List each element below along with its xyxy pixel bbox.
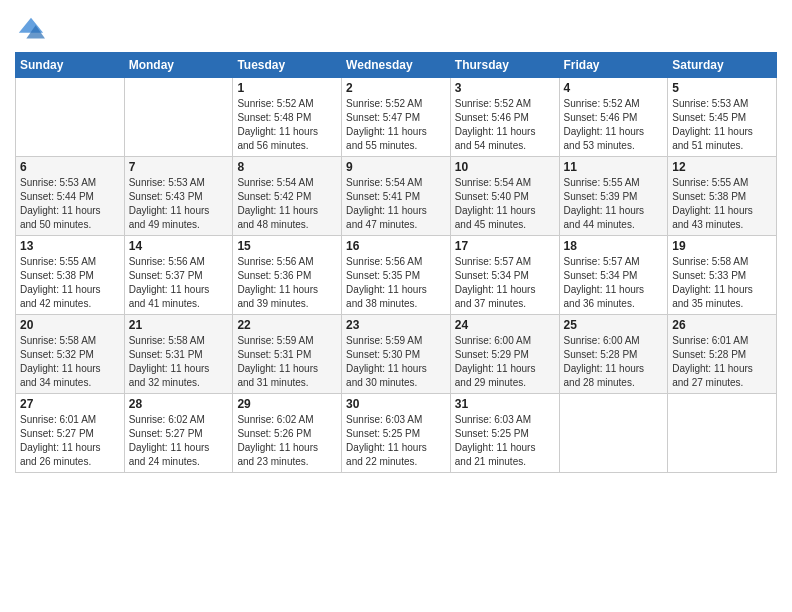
day-info: Sunrise: 5:52 AMSunset: 5:48 PMDaylight:… [237, 97, 337, 153]
weekday-header-saturday: Saturday [668, 53, 777, 78]
day-cell: 20Sunrise: 5:58 AMSunset: 5:32 PMDayligh… [16, 315, 125, 394]
day-number: 16 [346, 239, 446, 253]
day-info: Sunrise: 5:53 AMSunset: 5:45 PMDaylight:… [672, 97, 772, 153]
day-number: 26 [672, 318, 772, 332]
day-cell: 28Sunrise: 6:02 AMSunset: 5:27 PMDayligh… [124, 394, 233, 473]
day-cell: 31Sunrise: 6:03 AMSunset: 5:25 PMDayligh… [450, 394, 559, 473]
day-info: Sunrise: 5:52 AMSunset: 5:47 PMDaylight:… [346, 97, 446, 153]
day-cell: 30Sunrise: 6:03 AMSunset: 5:25 PMDayligh… [342, 394, 451, 473]
svg-marker-0 [19, 18, 43, 33]
day-number: 12 [672, 160, 772, 174]
day-number: 27 [20, 397, 120, 411]
day-info: Sunrise: 5:55 AMSunset: 5:38 PMDaylight:… [672, 176, 772, 232]
day-info: Sunrise: 6:01 AMSunset: 5:28 PMDaylight:… [672, 334, 772, 390]
day-number: 10 [455, 160, 555, 174]
day-info: Sunrise: 6:01 AMSunset: 5:27 PMDaylight:… [20, 413, 120, 469]
day-info: Sunrise: 5:54 AMSunset: 5:41 PMDaylight:… [346, 176, 446, 232]
day-number: 3 [455, 81, 555, 95]
weekday-header-friday: Friday [559, 53, 668, 78]
day-info: Sunrise: 5:52 AMSunset: 5:46 PMDaylight:… [564, 97, 664, 153]
day-number: 30 [346, 397, 446, 411]
day-number: 4 [564, 81, 664, 95]
day-number: 18 [564, 239, 664, 253]
day-number: 23 [346, 318, 446, 332]
weekday-header-wednesday: Wednesday [342, 53, 451, 78]
day-info: Sunrise: 5:52 AMSunset: 5:46 PMDaylight:… [455, 97, 555, 153]
day-info: Sunrise: 5:56 AMSunset: 5:37 PMDaylight:… [129, 255, 229, 311]
day-cell [668, 394, 777, 473]
weekday-header-row: SundayMondayTuesdayWednesdayThursdayFrid… [16, 53, 777, 78]
day-cell: 17Sunrise: 5:57 AMSunset: 5:34 PMDayligh… [450, 236, 559, 315]
day-number: 17 [455, 239, 555, 253]
day-info: Sunrise: 5:54 AMSunset: 5:40 PMDaylight:… [455, 176, 555, 232]
day-info: Sunrise: 5:53 AMSunset: 5:43 PMDaylight:… [129, 176, 229, 232]
day-info: Sunrise: 6:00 AMSunset: 5:29 PMDaylight:… [455, 334, 555, 390]
day-number: 19 [672, 239, 772, 253]
calendar-page: SundayMondayTuesdayWednesdayThursdayFrid… [0, 0, 792, 612]
day-cell: 13Sunrise: 5:55 AMSunset: 5:38 PMDayligh… [16, 236, 125, 315]
day-info: Sunrise: 5:58 AMSunset: 5:33 PMDaylight:… [672, 255, 772, 311]
day-number: 2 [346, 81, 446, 95]
day-number: 11 [564, 160, 664, 174]
day-cell [16, 78, 125, 157]
day-cell: 1Sunrise: 5:52 AMSunset: 5:48 PMDaylight… [233, 78, 342, 157]
day-info: Sunrise: 5:58 AMSunset: 5:32 PMDaylight:… [20, 334, 120, 390]
day-cell: 16Sunrise: 5:56 AMSunset: 5:35 PMDayligh… [342, 236, 451, 315]
day-cell: 24Sunrise: 6:00 AMSunset: 5:29 PMDayligh… [450, 315, 559, 394]
day-number: 7 [129, 160, 229, 174]
day-cell: 26Sunrise: 6:01 AMSunset: 5:28 PMDayligh… [668, 315, 777, 394]
weekday-header-sunday: Sunday [16, 53, 125, 78]
day-cell: 2Sunrise: 5:52 AMSunset: 5:47 PMDaylight… [342, 78, 451, 157]
day-number: 24 [455, 318, 555, 332]
day-info: Sunrise: 5:54 AMSunset: 5:42 PMDaylight:… [237, 176, 337, 232]
day-cell: 11Sunrise: 5:55 AMSunset: 5:39 PMDayligh… [559, 157, 668, 236]
day-cell: 27Sunrise: 6:01 AMSunset: 5:27 PMDayligh… [16, 394, 125, 473]
header [15, 10, 777, 44]
day-number: 1 [237, 81, 337, 95]
day-cell: 5Sunrise: 5:53 AMSunset: 5:45 PMDaylight… [668, 78, 777, 157]
day-cell: 15Sunrise: 5:56 AMSunset: 5:36 PMDayligh… [233, 236, 342, 315]
day-cell [559, 394, 668, 473]
day-info: Sunrise: 5:55 AMSunset: 5:38 PMDaylight:… [20, 255, 120, 311]
day-cell: 23Sunrise: 5:59 AMSunset: 5:30 PMDayligh… [342, 315, 451, 394]
day-number: 13 [20, 239, 120, 253]
day-cell: 29Sunrise: 6:02 AMSunset: 5:26 PMDayligh… [233, 394, 342, 473]
day-info: Sunrise: 5:56 AMSunset: 5:35 PMDaylight:… [346, 255, 446, 311]
week-row-1: 1Sunrise: 5:52 AMSunset: 5:48 PMDaylight… [16, 78, 777, 157]
week-row-2: 6Sunrise: 5:53 AMSunset: 5:44 PMDaylight… [16, 157, 777, 236]
day-info: Sunrise: 6:02 AMSunset: 5:26 PMDaylight:… [237, 413, 337, 469]
day-cell: 21Sunrise: 5:58 AMSunset: 5:31 PMDayligh… [124, 315, 233, 394]
logo [15, 16, 45, 44]
day-cell: 8Sunrise: 5:54 AMSunset: 5:42 PMDaylight… [233, 157, 342, 236]
logo-icon [17, 16, 45, 44]
weekday-header-monday: Monday [124, 53, 233, 78]
day-number: 22 [237, 318, 337, 332]
day-cell: 22Sunrise: 5:59 AMSunset: 5:31 PMDayligh… [233, 315, 342, 394]
day-info: Sunrise: 6:02 AMSunset: 5:27 PMDaylight:… [129, 413, 229, 469]
day-cell: 14Sunrise: 5:56 AMSunset: 5:37 PMDayligh… [124, 236, 233, 315]
day-number: 25 [564, 318, 664, 332]
day-cell: 9Sunrise: 5:54 AMSunset: 5:41 PMDaylight… [342, 157, 451, 236]
day-number: 15 [237, 239, 337, 253]
day-cell: 4Sunrise: 5:52 AMSunset: 5:46 PMDaylight… [559, 78, 668, 157]
day-number: 31 [455, 397, 555, 411]
week-row-5: 27Sunrise: 6:01 AMSunset: 5:27 PMDayligh… [16, 394, 777, 473]
day-info: Sunrise: 5:58 AMSunset: 5:31 PMDaylight:… [129, 334, 229, 390]
week-row-4: 20Sunrise: 5:58 AMSunset: 5:32 PMDayligh… [16, 315, 777, 394]
day-cell [124, 78, 233, 157]
weekday-header-tuesday: Tuesday [233, 53, 342, 78]
day-info: Sunrise: 6:00 AMSunset: 5:28 PMDaylight:… [564, 334, 664, 390]
day-info: Sunrise: 5:53 AMSunset: 5:44 PMDaylight:… [20, 176, 120, 232]
day-info: Sunrise: 6:03 AMSunset: 5:25 PMDaylight:… [455, 413, 555, 469]
day-number: 8 [237, 160, 337, 174]
day-number: 5 [672, 81, 772, 95]
day-info: Sunrise: 5:56 AMSunset: 5:36 PMDaylight:… [237, 255, 337, 311]
day-info: Sunrise: 5:57 AMSunset: 5:34 PMDaylight:… [564, 255, 664, 311]
day-cell: 10Sunrise: 5:54 AMSunset: 5:40 PMDayligh… [450, 157, 559, 236]
day-cell: 7Sunrise: 5:53 AMSunset: 5:43 PMDaylight… [124, 157, 233, 236]
day-info: Sunrise: 5:59 AMSunset: 5:30 PMDaylight:… [346, 334, 446, 390]
day-cell: 6Sunrise: 5:53 AMSunset: 5:44 PMDaylight… [16, 157, 125, 236]
week-row-3: 13Sunrise: 5:55 AMSunset: 5:38 PMDayligh… [16, 236, 777, 315]
day-number: 20 [20, 318, 120, 332]
day-info: Sunrise: 5:57 AMSunset: 5:34 PMDaylight:… [455, 255, 555, 311]
